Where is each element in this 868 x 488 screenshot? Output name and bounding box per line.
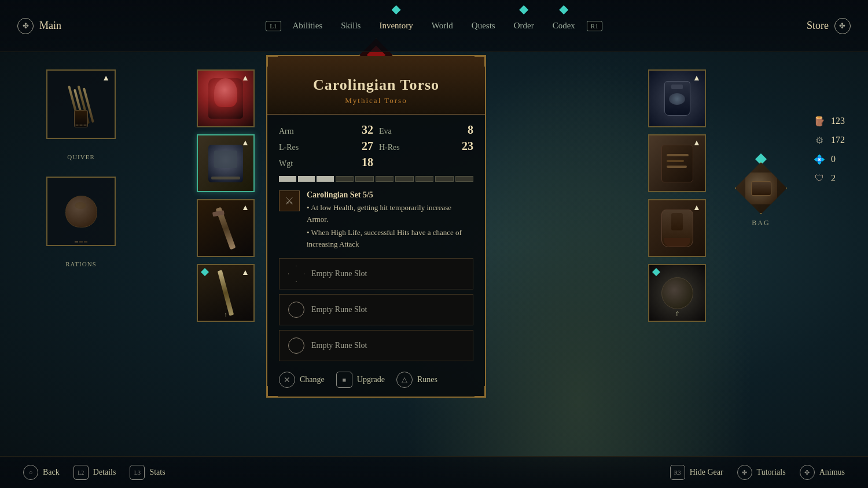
resource-1-icon: 🪵	[812, 116, 826, 126]
resource-3: 💠 0	[812, 154, 845, 164]
head-slot-upgrade: ▲	[241, 74, 251, 83]
rune-slot-3-label: Empty Rune Slot	[311, 341, 367, 350]
rune-slot-2[interactable]: Empty Rune Slot	[279, 294, 473, 325]
hide-gear-button[interactable]: R3 Hide Gear	[670, 465, 723, 480]
nav-active-indicator	[392, 5, 401, 14]
prog-seg-2	[298, 176, 315, 182]
rune-slot-2-label: Empty Rune Slot	[311, 305, 367, 314]
quiver-image	[61, 81, 101, 127]
left-equipment-column: ▲ QUIVER RATIONS	[46, 69, 116, 267]
set-bonus-text: Carolingian Set 5/5 • At low Health, get…	[307, 190, 473, 249]
upgrade-label: Upgrade	[357, 375, 385, 384]
l1-button[interactable]: L1	[266, 21, 281, 31]
rune-slot-1-label: Empty Rune Slot	[311, 269, 367, 278]
prog-seg-3	[317, 176, 334, 182]
animus-button[interactable]: ✤ Animus	[800, 465, 845, 480]
potion-slot[interactable]: ▲	[648, 69, 706, 127]
runes-label: Runes	[417, 375, 437, 384]
arm-value: 32	[362, 123, 373, 137]
tutorials-ps-icon: ✤	[737, 465, 752, 480]
back-button[interactable]: ○ Back	[23, 465, 60, 480]
nav-world[interactable]: World	[425, 18, 460, 34]
tutorials-button[interactable]: ✤ Tutorials	[737, 465, 786, 480]
resource-2-value: 172	[831, 135, 845, 145]
nav-quests[interactable]: Quests	[465, 18, 502, 34]
potion-upgrade: ▲	[693, 74, 702, 83]
weapon-slot[interactable]: ▲	[197, 199, 255, 257]
corner-br	[475, 386, 486, 398]
store-label: Store	[807, 20, 829, 32]
nav-abilities[interactable]: Abilities	[286, 18, 330, 34]
l3-button: L3	[130, 465, 145, 480]
prog-seg-4	[336, 176, 354, 182]
resource-1: 🪵 123	[812, 116, 845, 126]
runes-button[interactable]: △ Runes	[396, 372, 437, 388]
stats-button[interactable]: L3 Stats	[130, 465, 165, 480]
glove-slot[interactable]: ⇑	[648, 264, 706, 322]
prog-seg-7	[395, 176, 414, 182]
wgt-label: Wgt	[279, 159, 293, 168]
character-bg	[475, 51, 764, 456]
rune-slot-1[interactable]: Empty Rune Slot	[279, 258, 473, 289]
set-bullet-2: • When High Life, successful Hits have a…	[307, 227, 473, 249]
hres-value: 23	[462, 140, 473, 153]
r1-button[interactable]: R1	[587, 21, 602, 31]
quiver-bars	[76, 124, 87, 126]
upgrade-progress-bar	[279, 176, 473, 182]
set-title: Carolingian Set 5/5	[307, 190, 473, 200]
nav-skills[interactable]: Skills	[334, 18, 367, 34]
x-button-icon: ✕	[279, 372, 295, 388]
scroll-slot[interactable]: ▲	[648, 134, 706, 192]
stats-label: Stats	[149, 468, 165, 477]
lres-value: 27	[362, 140, 373, 153]
arm-label: Arm	[279, 127, 294, 136]
bottom-bar: ○ Back L2 Details L3 Stats R3 Hide Gear …	[0, 456, 868, 488]
nav-inventory[interactable]: Inventory	[372, 18, 420, 34]
resource-3-icon: 💠	[812, 154, 826, 164]
prog-seg-9	[435, 176, 454, 182]
nav-order[interactable]: Order	[507, 18, 541, 34]
animus-ps-icon: ✤	[800, 465, 815, 480]
eva-label: Eva	[379, 127, 392, 136]
store-nav-item[interactable]: Store ✤	[807, 18, 851, 34]
prog-seg-1	[279, 176, 296, 182]
lres-stat: L-Res 27	[279, 140, 373, 153]
prog-seg-10	[455, 176, 474, 182]
quiver-slot[interactable]: ▲	[46, 69, 116, 139]
change-label: Change	[300, 375, 325, 384]
ps-store-icon: ✤	[834, 18, 851, 34]
bag-image	[745, 173, 777, 204]
torso-slot[interactable]: ▲	[197, 134, 255, 192]
nav-codex[interactable]: Codex	[546, 18, 582, 34]
resource-4-value: 2	[831, 173, 836, 184]
rune-diamond-icon	[288, 266, 304, 282]
set-bullet-1: • At low Health, getting hit temporarily…	[307, 202, 473, 225]
bag-slot[interactable]	[735, 162, 787, 214]
rations-slot[interactable]	[46, 177, 116, 246]
head-slot[interactable]: ▲	[197, 69, 255, 127]
details-button[interactable]: L2 Details	[73, 465, 116, 480]
action-buttons: ✕ Change ■ Upgrade △ Runes	[279, 366, 473, 388]
scroll-upgrade: ▲	[693, 138, 702, 148]
secondary-slot[interactable]: ▲ ↑	[197, 264, 255, 322]
boots-upgrade: ▲	[693, 203, 702, 212]
rations-label: RATIONS	[46, 260, 116, 267]
bottom-right: R3 Hide Gear ✤ Tutorials ✤ Animus	[670, 465, 845, 480]
main-nav-item[interactable]: ✤ Main	[17, 18, 61, 34]
boots-slot[interactable]: ▲	[648, 199, 706, 257]
item-subtitle: Mythical Torso	[282, 96, 470, 105]
change-button[interactable]: ✕ Change	[279, 372, 325, 388]
eva-value: 8	[468, 123, 473, 137]
corner-tr	[475, 55, 486, 67]
quiver-upgrade-arrow: ▲	[102, 74, 110, 83]
stats-grid: Arm 32 Eva 8 L-Res 27 H-Res 23 Wgt 18	[279, 123, 473, 169]
upgrade-button[interactable]: ■ Upgrade	[336, 372, 385, 388]
secondary-slot-upgrade: ▲	[241, 268, 251, 277]
nav-center: L1 Abilities Skills Inventory World Ques…	[266, 18, 602, 34]
rune-slot-3[interactable]: Empty Rune Slot	[279, 330, 473, 361]
resource-4: 🛡 2	[812, 173, 845, 184]
ps-main-icon: ✤	[17, 18, 34, 34]
weapon-slot-upgrade: ▲	[241, 203, 251, 212]
rations-image	[61, 190, 101, 233]
center-inventory-column: ▲ ▲ ▲ ▲ ↑	[197, 69, 255, 322]
